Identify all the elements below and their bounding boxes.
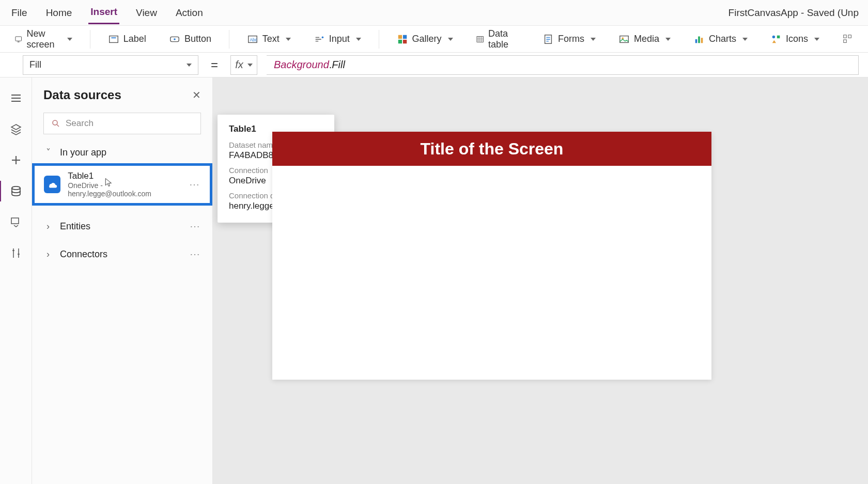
chevron-down-icon	[665, 38, 671, 41]
section-label: In your app	[60, 147, 106, 158]
svg-point-26	[53, 120, 57, 125]
forms-label: Forms	[558, 34, 584, 44]
gallery-button[interactable]: Gallery	[392, 30, 458, 48]
data-table-button[interactable]: Data table	[471, 25, 525, 53]
new-screen-label: New screen	[26, 28, 61, 50]
text-button[interactable]: Abc Text	[242, 30, 296, 48]
input-icon	[314, 34, 325, 45]
chevron-right-icon: ›	[43, 249, 53, 260]
rail-tree[interactable]	[9, 122, 23, 136]
tools-icon	[10, 247, 22, 259]
rail-media[interactable]	[9, 215, 23, 229]
menu-insert[interactable]: Insert	[88, 1, 119, 24]
panel-title: Data sources	[43, 88, 121, 102]
chevron-down-icon	[356, 38, 361, 41]
data-table-icon	[476, 34, 484, 45]
svg-rect-12	[477, 36, 483, 42]
svg-rect-25	[11, 218, 19, 224]
chevron-down-icon	[187, 64, 192, 67]
section-entities[interactable]: › Entities ⋯	[32, 215, 212, 238]
label-icon	[108, 34, 119, 45]
section-label: Connectors	[60, 249, 107, 260]
search-input[interactable]: Search	[43, 113, 201, 134]
datasource-more-button[interactable]: ⋯	[189, 178, 200, 191]
media-rail-icon	[10, 216, 22, 228]
icons-label: Icons	[786, 34, 808, 44]
menu-home[interactable]: Home	[44, 2, 74, 24]
separator	[229, 30, 229, 49]
forms-button[interactable]: Forms	[537, 30, 601, 48]
screen-title-bar[interactable]: Title of the Screen	[272, 132, 711, 166]
fx-button[interactable]: fx	[230, 55, 257, 75]
icons-button[interactable]: Icons	[765, 30, 825, 48]
panel-header: Data sources ✕	[32, 77, 212, 110]
rail-hamburger[interactable]	[9, 91, 23, 105]
panel-close-button[interactable]: ✕	[192, 89, 201, 101]
formula-input[interactable]: Background.Fill	[267, 55, 859, 75]
svg-rect-17	[698, 36, 700, 43]
media-button[interactable]: Media	[613, 30, 676, 48]
datasource-subtitle: OneDrive - henry.legge@outlook.com	[68, 181, 182, 198]
grid-icon	[842, 34, 854, 45]
property-value: Fill	[29, 59, 41, 70]
canvas-area: Table1 Dataset name FA4BADB8183CF7B8!122…	[213, 77, 868, 484]
button-label: Button	[184, 34, 211, 44]
new-screen-button[interactable]: New screen	[9, 25, 78, 53]
database-icon	[10, 185, 22, 197]
button-button[interactable]: Button	[164, 30, 216, 48]
menu-bar: File Home Insert View Action FirstCanvas…	[0, 0, 868, 26]
menu-file[interactable]: File	[9, 2, 29, 24]
chevron-down-icon	[286, 38, 291, 41]
data-sources-panel: Data sources ✕ Search ˅ In your app Tabl…	[32, 77, 213, 484]
main-area: Data sources ✕ Search ˅ In your app Tabl…	[0, 77, 868, 484]
rail-insert[interactable]	[9, 153, 23, 167]
datasource-table1[interactable]: Table1 OneDrive - henry.legge@outlook.co…	[32, 163, 212, 206]
gallery-icon	[397, 34, 408, 45]
svg-rect-0	[16, 36, 22, 40]
screen-title-text: Title of the Screen	[421, 139, 564, 159]
charts-button[interactable]: Charts	[688, 30, 753, 48]
app-canvas[interactable]: Title of the Screen	[272, 132, 711, 380]
svg-point-19	[772, 35, 776, 38]
hamburger-icon	[10, 92, 22, 104]
left-rail	[0, 77, 32, 484]
separator	[90, 30, 90, 49]
charts-icon	[693, 34, 705, 45]
menu-view[interactable]: View	[134, 2, 159, 24]
text-label: Text	[262, 34, 280, 44]
chevron-down-icon	[742, 38, 748, 41]
menu-action[interactable]: Action	[174, 2, 205, 24]
svg-rect-16	[695, 39, 698, 43]
svg-rect-21	[844, 35, 847, 38]
data-table-label: Data table	[488, 28, 520, 50]
datasource-text: Table1 OneDrive - henry.legge@outlook.co…	[68, 171, 182, 198]
section-label: Entities	[60, 221, 90, 232]
forms-icon	[542, 34, 554, 45]
label-button[interactable]: Label	[103, 30, 151, 48]
chevron-down-icon	[67, 38, 72, 41]
plus-icon	[10, 154, 22, 166]
input-button[interactable]: Input	[308, 30, 366, 48]
section-more-button[interactable]: ⋯	[190, 248, 201, 260]
media-label: Media	[634, 34, 659, 44]
section-more-button[interactable]: ⋯	[190, 220, 201, 232]
input-label: Input	[329, 34, 350, 44]
chevron-right-icon: ›	[43, 221, 53, 232]
svg-rect-1	[18, 41, 20, 42]
chevron-down-icon	[448, 38, 453, 41]
icons-icon	[770, 34, 782, 45]
section-in-your-app[interactable]: ˅ In your app	[32, 142, 212, 163]
svg-point-4	[174, 38, 176, 40]
rail-data[interactable]	[9, 184, 23, 198]
svg-rect-10	[398, 39, 401, 43]
rail-tools[interactable]	[9, 246, 23, 260]
section-connectors[interactable]: › Connectors ⋯	[32, 243, 212, 266]
more-button[interactable]	[837, 30, 859, 48]
svg-rect-8	[398, 35, 401, 38]
formula-prop: Fill	[332, 59, 345, 71]
property-selector[interactable]: Fill	[23, 55, 198, 75]
chevron-down-icon	[591, 38, 596, 41]
app-title: FirstCanvasApp - Saved (Unp	[729, 7, 859, 19]
datasource-title: Table1	[68, 171, 182, 181]
fx-label: fx	[235, 59, 243, 71]
